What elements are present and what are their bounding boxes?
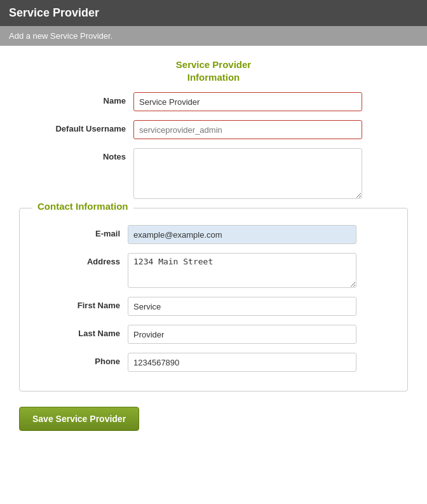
last-name-label: Last Name xyxy=(20,325,128,338)
page-subtitle: Add a new Service Provider. xyxy=(9,31,112,41)
notes-field-group: Notes xyxy=(25,148,402,199)
page-subheader: Add a new Service Provider. xyxy=(0,26,427,46)
provider-info-section: Service Provider Information Name Defaul… xyxy=(19,58,408,199)
page-header: Service Provider xyxy=(0,0,427,26)
notes-label: Notes xyxy=(25,148,133,161)
last-name-field-group: Last Name xyxy=(20,325,407,344)
email-input[interactable] xyxy=(128,225,356,244)
address-textarea[interactable]: 1234 Main Street xyxy=(128,253,356,288)
phone-input[interactable] xyxy=(128,353,356,372)
save-button[interactable]: Save Service Provider xyxy=(19,407,139,431)
first-name-input[interactable] xyxy=(128,297,356,316)
notes-textarea[interactable] xyxy=(133,148,362,199)
last-name-input[interactable] xyxy=(128,325,356,344)
contact-legend: Contact Information xyxy=(32,201,133,212)
email-label: E-mail xyxy=(20,225,128,238)
name-label: Name xyxy=(25,92,133,106)
username-field-group: Default Username xyxy=(25,120,402,139)
main-content: Service Provider Information Name Defaul… xyxy=(0,46,427,450)
first-name-field-group: First Name xyxy=(20,297,407,316)
name-input[interactable] xyxy=(133,92,362,111)
username-input[interactable] xyxy=(133,120,362,139)
phone-field-group: Phone xyxy=(20,353,407,372)
first-name-label: First Name xyxy=(20,297,128,310)
address-field-group: Address 1234 Main Street xyxy=(20,253,407,288)
page-title: Service Provider xyxy=(9,6,418,20)
contact-section: Contact Information E-mail Address 1234 … xyxy=(19,208,408,392)
email-field-group: E-mail xyxy=(20,225,407,244)
address-label: Address xyxy=(20,253,128,266)
phone-label: Phone xyxy=(20,353,128,366)
provider-info-heading: Service Provider Information xyxy=(25,58,402,83)
name-field-group: Name xyxy=(25,92,402,111)
username-label: Default Username xyxy=(25,120,133,133)
